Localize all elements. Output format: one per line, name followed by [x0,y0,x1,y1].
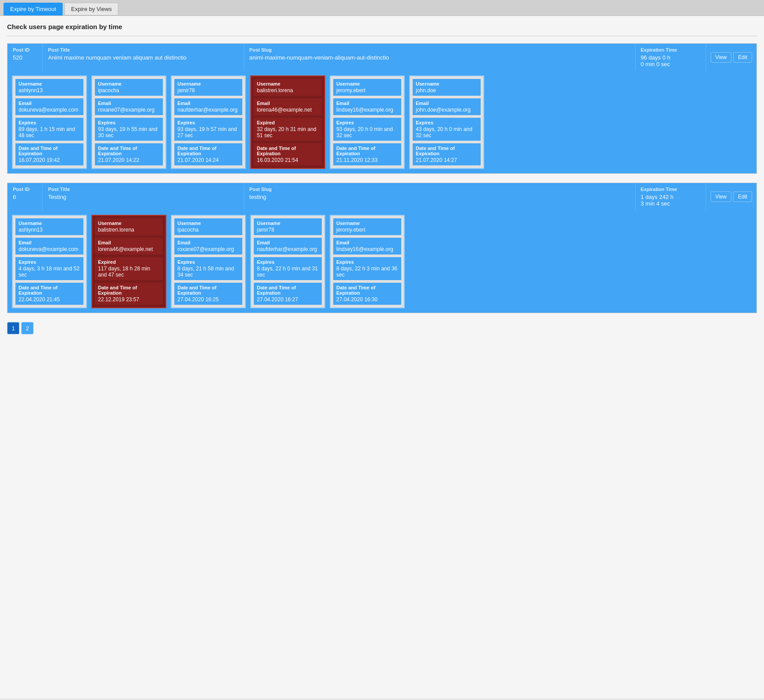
card-field: Emaillorena46@example.net [254,98,322,115]
card-field: Usernamebalistreri.lorena [254,79,322,96]
tab-bar: Expire by TimeoutExpire by Views [0,0,764,16]
field-value: 89 days, 1 h 15 min and 48 sec [19,126,80,139]
field-value: dokuneva@example.com [19,246,80,252]
field-label: Date and Time of Expiration [19,146,80,156]
card-field: Date and Time of Expiration22.04.2020 21… [15,283,83,305]
view-button[interactable]: View [711,191,732,202]
user-card: Usernamejeromy.ebertEmaillindsey16@examp… [330,215,405,308]
post-title-value: Animi maxime numquam veniam aliquam aut … [48,54,238,61]
field-value: lorena46@example.net [257,107,319,113]
card-field: Usernamejamir78 [254,218,322,235]
edit-button[interactable]: Edit [733,191,752,202]
tab-expire-by-views[interactable]: Expire by Views [64,3,118,15]
card-field: Expires93 days, 20 h 0 min and 32 sec [333,118,401,141]
card-field: Emailnaufderhar@example.org [174,98,242,115]
field-label: Username [257,221,319,226]
card-field: Expires93 days, 19 h 55 min and 30 sec [95,118,163,141]
card-field: Expires8 days, 21 h 58 min and 34 sec [174,257,242,280]
post-actions-cell: ViewEdit [706,44,756,71]
card-field: Usernameashlynn13 [15,218,83,235]
field-value: 22.12.2019 23:57 [98,296,160,303]
card-field: Usernameashlynn13 [15,79,83,96]
field-value: 16.03.2020 21:54 [257,157,319,163]
field-value: jamir78 [177,87,239,94]
card-field: Date and Time of Expiration27.04.2020 16… [254,283,322,305]
post-exptime-cell: Expiration Time96 days 0 h 0 min 0 sec [636,44,706,71]
post-slug-label: Post Slug [249,47,630,52]
field-label: Expires [416,120,478,125]
card-field: Date and Time of Expiration27.04.2020 16… [174,283,242,305]
field-label: Email [177,101,239,106]
post-actions-cell: ViewEdit [706,183,756,210]
field-label: Email [336,101,398,106]
field-label: Expires [19,259,80,265]
card-field: Usernameipacocha [174,218,242,235]
field-label: Email [98,101,160,106]
post-id-label: Post ID [13,187,37,192]
field-label: Date and Time of Expiration [336,285,398,296]
card-field: Date and Time of Expiration21.07.2020 14… [413,143,481,165]
field-value: john.doe [416,87,478,94]
card-field: Emailroxane07@example.org [95,98,163,115]
post-exptime-value: 1 days 242 h 3 min 4 sec [641,194,700,207]
field-label: Expires [336,120,398,125]
user-card: UsernameipacochaEmailroxane07@example.or… [171,215,246,308]
post-exptime-label: Expiration Time [641,187,700,192]
tab-expire-by-timeout[interactable]: Expire by Timeout [4,3,63,15]
field-label: Email [416,101,478,106]
post-exptime-cell: Expiration Time1 days 242 h 3 min 4 sec [636,183,706,210]
field-value: 27.04.2020 16:27 [257,296,319,303]
field-value: balistreri.lorena [98,227,160,233]
field-label: Date and Time of Expiration [336,146,398,156]
card-field: Emaildokuneva@example.com [15,238,83,255]
card-field: Expires4 days, 3 h 18 min and 52 sec [15,257,83,280]
post-title-cell: Post TitleTesting [43,183,244,210]
field-value: 8 days, 22 h 0 min and 31 sec [257,266,319,278]
card-field: Date and Time of Expiration21.11.2020 12… [333,143,401,165]
edit-button[interactable]: Edit [733,52,752,63]
field-label: Email [98,240,160,245]
field-value: john.doe@example.org [416,107,478,113]
user-card: Usernamejamir78Emailnaufderhar@example.o… [250,215,325,308]
field-label: Email [19,240,80,245]
field-value: jeromy.ebert [336,87,398,94]
field-label: Username [336,221,398,226]
post-title-value: Testing [48,194,238,200]
card-field: Date and Time of Expiration16.07.2020 19… [15,143,83,165]
post-id-label: Post ID [13,47,37,52]
post-slug-label: Post Slug [249,187,630,192]
post-header-1: Post ID6Post TitleTestingPost Slugtestin… [8,183,756,210]
view-button[interactable]: View [711,52,732,63]
field-value: 21.11.2020 12:33 [336,157,398,163]
field-label: Expires [177,120,239,125]
card-field: Usernameipacocha [95,79,163,96]
field-value: naufderhar@example.org [177,107,239,113]
field-value: 8 days, 21 h 58 min and 34 sec [177,266,239,278]
page-button[interactable]: 2 [21,322,34,334]
field-value: 8 days, 22 h 3 min and 36 sec [336,266,398,278]
divider [7,36,757,36]
field-value: 27.04.2020 16:25 [177,296,239,303]
field-value: 21.07.2020 14:24 [177,157,239,163]
users-grid-0: Usernameashlynn13Emaildokuneva@example.c… [8,71,756,173]
user-card: UsernameipacochaEmailroxane07@example.or… [91,75,166,169]
main-content: Check users page expiration by time Post… [0,16,764,698]
users-grid-1: Usernameashlynn13Emaildokuneva@example.c… [8,210,756,313]
card-field: Expired117 days, 18 h 28 min and 47 sec [95,257,163,280]
post-header-0: Post ID520Post TitleAnimi maxime numquam… [8,44,756,71]
post-slug-cell: Post Slugtesting [244,183,636,210]
field-label: Username [177,221,239,226]
page-button[interactable]: 1 [7,322,19,334]
card-field: Date and Time of Expiration16.03.2020 21… [254,143,322,165]
post-id-value: 6 [13,194,37,200]
field-value: lindsey16@example.org [336,246,398,252]
field-value: dokuneva@example.com [19,107,80,113]
user-card: Usernamejohn.doeEmailjohn.doe@example.or… [409,75,484,169]
field-label: Expires [19,120,80,125]
field-value: roxane07@example.org [177,246,239,252]
pagination: 12 [7,322,757,334]
post-block-0: Post ID520Post TitleAnimi maxime numquam… [7,43,757,174]
post-id-cell: Post ID6 [8,183,43,210]
field-label: Email [336,240,398,245]
field-label: Username [177,81,239,86]
